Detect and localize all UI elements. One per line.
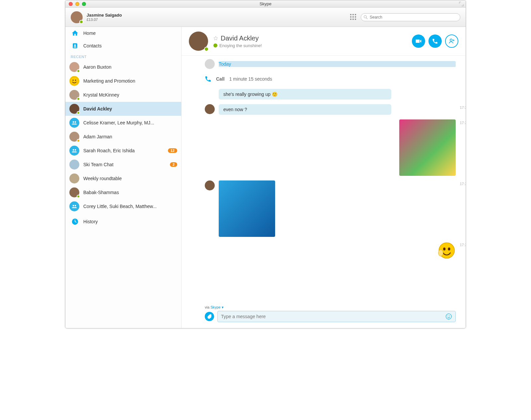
contact-name: Weekly roundtable: [83, 176, 177, 181]
composer: via Skype ▾: [182, 302, 466, 328]
contact-avatar: [69, 187, 79, 197]
app-window: Skype Jasmine Salgado £13.07: [65, 0, 466, 328]
sidebar-contact[interactable]: Marketing and Promotion: [65, 74, 181, 88]
image-message[interactable]: [219, 180, 275, 237]
contact-name: Krystal McKinney: [83, 92, 177, 98]
status-online-icon: [77, 195, 80, 198]
group-icon: [69, 118, 79, 128]
nav-contacts-label: Contacts: [83, 43, 102, 48]
message-incoming: even now ?17:36: [205, 104, 456, 115]
image-message[interactable]: [399, 119, 456, 176]
message-incoming: she's really growing up 🙂: [205, 89, 456, 100]
user-name: Jasmine Salgado: [87, 13, 122, 18]
message-time: 17:36: [460, 243, 466, 247]
day-separator: Today: [219, 61, 456, 67]
contact-avatar: [69, 104, 79, 114]
emoji-avatar-icon: [69, 76, 79, 86]
svg-point-17: [443, 247, 445, 250]
clock-icon: [71, 218, 79, 225]
svg-point-0: [364, 15, 367, 18]
emoji-picker-button[interactable]: [445, 313, 452, 320]
sidebar-contact[interactable]: David Ackley: [65, 102, 181, 116]
svg-point-14: [213, 43, 217, 47]
sidebar-contact[interactable]: Krystal McKinney: [65, 88, 181, 102]
contact-name: Marketing and Promotion: [83, 78, 177, 84]
fullscreen-icon[interactable]: [459, 2, 464, 6]
via-dropdown[interactable]: Skype ▾: [210, 305, 224, 309]
svg-point-11: [73, 205, 74, 207]
sidebar-contact[interactable]: Babak-Shammas: [65, 185, 181, 199]
svg-point-8: [75, 121, 76, 123]
sidebar-contact[interactable]: Ski Team Chat2: [65, 158, 181, 172]
attach-button[interactable]: [205, 312, 214, 321]
svg-point-7: [73, 121, 74, 123]
message-incoming: 17:36: [205, 180, 456, 237]
voice-call-button[interactable]: [428, 35, 442, 48]
avatar[interactable]: [71, 11, 83, 23]
contact-avatar: [69, 90, 79, 100]
contact-avatar: [69, 132, 79, 142]
contact-name: Adam Jarman: [83, 134, 177, 139]
message-outgoing: 17:36: [205, 242, 456, 259]
status-online-icon: [204, 47, 209, 51]
sidebar-contact[interactable]: Aaron Buxton: [65, 60, 181, 74]
call-duration: 1 minute 15 seconds: [229, 76, 272, 82]
sidebar-contact[interactable]: Adam Jarman: [65, 130, 181, 144]
user-info[interactable]: Jasmine Salgado £13.07: [87, 13, 122, 22]
sidebar-contact[interactable]: Corey Little, Suki Beach, Matthew...: [65, 199, 181, 213]
emoji-message[interactable]: [438, 242, 456, 259]
message-input[interactable]: [221, 314, 445, 319]
favorite-star-icon[interactable]: [213, 36, 218, 40]
svg-point-9: [73, 149, 74, 151]
message-bubble[interactable]: even now ?: [219, 104, 391, 115]
section-recent-label: RECENT: [65, 52, 181, 60]
add-contact-button[interactable]: [445, 35, 458, 48]
message-input-wrap[interactable]: [217, 311, 456, 322]
video-call-button[interactable]: [412, 35, 425, 48]
via-label: via Skype ▾: [205, 305, 456, 310]
svg-point-10: [75, 149, 76, 151]
user-credit: £13.07: [87, 18, 122, 22]
message-avatar: [205, 59, 215, 69]
sidebar-contact[interactable]: Sarah Roach, Eric Ishida12: [65, 144, 181, 158]
message-avatar: [205, 180, 215, 190]
contact-name: Babak-Shammas: [83, 190, 177, 195]
contact-mood: Enoying the sunshine!: [219, 43, 262, 48]
contact-avatar: [69, 174, 79, 183]
contact-avatar: [69, 160, 79, 170]
home-icon: [71, 30, 79, 37]
nav-home[interactable]: Home: [65, 27, 181, 39]
nav-history[interactable]: History: [65, 215, 181, 228]
message-bubble[interactable]: she's really growing up 🙂: [219, 89, 391, 100]
nav-contacts[interactable]: Contacts: [65, 39, 181, 52]
svg-point-3: [74, 44, 76, 46]
contact-avatar[interactable]: [189, 32, 208, 51]
svg-line-1: [366, 18, 368, 19]
nav-home-label: Home: [83, 31, 96, 36]
message-avatar: [205, 104, 215, 114]
chat-pane: David Ackley Enoying the sunshine!: [182, 27, 466, 328]
titlebar: Skype: [65, 0, 466, 8]
svg-point-15: [450, 39, 452, 41]
toolbar: Jasmine Salgado £13.07: [65, 8, 466, 27]
search-box[interactable]: [361, 13, 460, 21]
svg-point-18: [448, 247, 450, 250]
status-away-icon: [77, 139, 80, 142]
call-event: Call 1 minute 15 seconds 13:54: [205, 76, 456, 82]
message-list[interactable]: Today Call 1 minute 15 seconds 13:54 she…: [182, 56, 466, 302]
contact-name: David Ackley: [221, 35, 259, 42]
sidebar-contact[interactable]: Weekly roundtable: [65, 172, 181, 185]
dialpad-icon[interactable]: [350, 14, 357, 21]
message-time: 17:36: [460, 182, 466, 186]
phone-icon: [205, 76, 211, 82]
message-time: 17:36: [460, 121, 466, 125]
call-label: Call: [216, 76, 225, 82]
search-input[interactable]: [370, 15, 457, 20]
message-outgoing: 17:36: [205, 119, 456, 176]
contact-name: Sarah Roach, Eric Ishida: [83, 148, 164, 153]
contact-name: Celisse Kramer, Lee Murphy, MJ...: [83, 120, 177, 125]
window-title: Skype: [65, 1, 466, 6]
sidebar-contact[interactable]: Celisse Kramer, Lee Murphy, MJ...: [65, 116, 181, 130]
contact-name: Ski Team Chat: [83, 162, 166, 167]
search-icon: [364, 15, 368, 19]
